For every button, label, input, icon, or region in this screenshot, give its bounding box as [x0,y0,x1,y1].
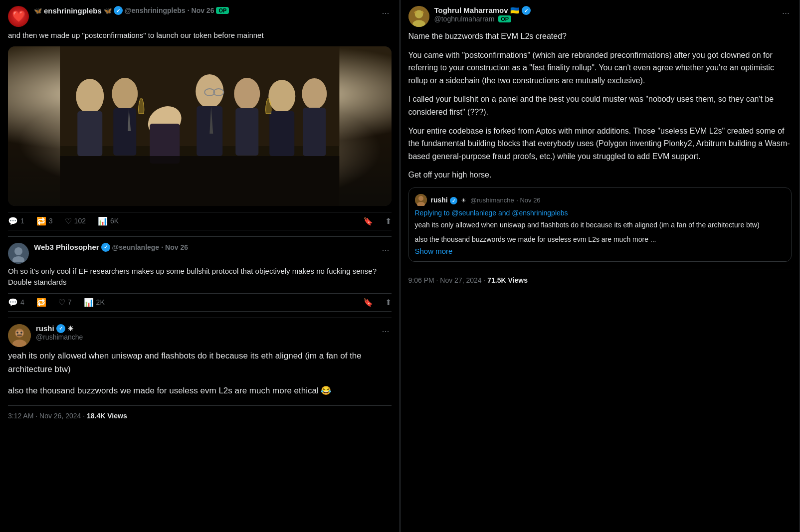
views-icon-2: 📊 [84,298,94,307]
tweet-2-actions: 💬 4 🔁 ♡ 7 📊 2K 🔖 ⬆ [8,293,392,312]
tweet-3-meta: rushi ✓ ☀ @rushimanche [36,324,375,341]
rushi-avatar-img [8,324,31,347]
verified-badge-quoted: ✓ [450,197,457,204]
svg-point-10 [234,78,260,110]
svg-point-4 [112,78,138,110]
reply-count-1: 1 [20,217,24,225]
tweet-2-display-name[interactable]: Web3 Philosopher [34,243,99,251]
laughing-men-svg [8,46,392,206]
tweet-2-handle: @seunlanlege · Nov 26 [112,243,188,251]
right-tweet: Toghrul Maharramov 🇺🇦 ✓ @toghrulmaharram… [408,6,792,284]
svg-point-29 [20,332,22,334]
like-icon-2: ♡ [58,298,65,307]
svg-point-28 [16,332,18,334]
svg-rect-9 [197,106,222,156]
tweet-3-name-row: rushi ✓ ☀ [36,324,375,333]
more-button-1[interactable]: ··· [380,6,391,20]
avatar-enshrining[interactable]: ❤️ [8,6,29,27]
svg-rect-5 [113,108,136,156]
svg-point-37 [418,196,423,201]
op-badge-right: OP [498,15,511,22]
right-tweet-meta: Toghrul Maharramov 🇺🇦 ✓ @toghrulmaharram… [434,6,775,23]
svg-rect-13 [269,111,294,156]
bookmark-icon-1: 🔖 [363,216,373,226]
laughing-men-image [8,46,392,206]
avatar-web3phil[interactable] [8,243,29,264]
views-action-1[interactable]: 📊 6K [98,216,119,226]
tweet-3-timestamp: 3:12 AM · Nov 26, 2024 [8,412,81,420]
quoted-replying-to: Replying to @seunlanlege and @enshrining… [415,209,786,217]
retweet-action-1[interactable]: 🔁 3 [36,216,53,226]
tweet-3-header: rushi ✓ ☀ @rushimanche ··· [8,324,392,347]
tweet-2-name-row: Web3 Philosopher ✓ @seunlanlege · Nov 26 [34,243,375,252]
svg-rect-11 [235,108,258,156]
butterfly-icon-1: 🦋 [34,7,42,14]
quoted-date-val: Nov 26 [520,196,540,204]
verified-badge-2: ✓ [101,243,110,252]
more-button-2[interactable]: ··· [380,243,391,257]
share-action-1[interactable]: ⬆ [385,216,392,226]
show-more-button[interactable]: Show more [415,247,786,255]
retweet-action-2[interactable]: 🔁 [36,298,46,307]
tweet-1-text: and then we made up "postconfirmations" … [8,30,392,41]
tweet-3-text1: yeah its only allowed when uniswap and f… [8,349,392,376]
views-action-2[interactable]: 📊 2K [84,298,105,307]
bookmark-icon-2: 🔖 [363,298,373,307]
quoted-avatar [415,194,427,206]
web3phil-avatar-img [9,244,27,262]
bookmark-action-2[interactable]: 🔖 [363,298,373,307]
bookmark-action-1[interactable]: 🔖 [363,216,373,226]
tweet-3-text2: also the thousand buzzwords we made for … [8,384,392,397]
like-icon-1: ♡ [65,216,72,226]
left-panel: ❤️ 🦋 enshriningplebs 🦋 ✓ @enshriningpleb… [0,0,400,532]
tweet-1-display-name[interactable]: enshriningplebs [44,6,102,15]
tweet-1-image[interactable] [8,46,392,206]
tweet-1-actions: 💬 1 🔁 3 ♡ 102 📊 6K 🔖 ⬆ [8,212,392,230]
like-count-2: 7 [68,298,72,306]
retweet-count-1: 3 [49,217,53,225]
reply-action-1[interactable]: 💬 1 [8,216,24,226]
op-badge-1: OP [216,7,229,14]
tweet-1: ❤️ 🦋 enshriningplebs 🦋 ✓ @enshriningpleb… [8,6,392,230]
quoted-text1: yeah its only allowed when uniswap and f… [415,220,786,230]
toghrul-avatar-img [408,6,429,27]
svg-point-32 [414,10,422,18]
tweet-3-views: 18.4K Views [87,412,127,420]
right-tweet-footer: 9:06 PM · Nov 27, 2024 · 71.5K Views [408,270,792,284]
right-para-4: Your entire codebase is forked from Apto… [408,125,792,163]
quoted-rushi-avatar [415,194,427,206]
avatar-rushi[interactable] [8,324,31,347]
tweet-3-display-name[interactable]: rushi [36,324,54,333]
right-panel: Toghrul Maharramov 🇺🇦 ✓ @toghrulmaharram… [400,0,800,532]
verified-badge-right: ✓ [522,6,531,15]
svg-point-12 [268,80,295,113]
right-tweet-display-name[interactable]: Toghrul Maharramov 🇺🇦 [434,6,520,15]
tweet-1-meta: 🦋 enshriningplebs 🦋 ✓ @enshriningplebs ·… [34,6,375,15]
reply-count-2: 4 [20,298,24,306]
retweet-icon-1: 🔁 [36,216,46,226]
tweet-1-name-row: 🦋 enshriningplebs 🦋 ✓ @enshriningplebs ·… [34,6,375,15]
views-count-2: 2K [96,298,105,306]
quoted-text2: also the thousand buzzwords we made for … [415,234,786,245]
more-button-right[interactable]: ··· [780,6,792,20]
views-count-1: 6K [110,217,119,225]
right-tweet-body: Name the buzzwords that EVM L2s created?… [408,30,792,181]
right-tweet-views: 71.5K Views [487,276,528,284]
quoted-tweet[interactable]: rushi ✓ ☀ @rushimanche · Nov 26 Replying… [408,187,792,262]
like-action-2[interactable]: ♡ 7 [58,298,72,307]
avatar-toghrul[interactable] [408,6,429,27]
reply-action-2[interactable]: 💬 4 [8,298,24,307]
svg-point-2 [76,79,104,114]
tweet-2: Web3 Philosopher ✓ @seunlanlege · Nov 26… [8,236,392,312]
like-action-1[interactable]: ♡ 102 [65,216,86,226]
share-icon-1: ⬆ [385,216,392,226]
more-button-3[interactable]: ··· [380,324,391,339]
right-para-2: You came with "postconfirmations" (which… [408,49,792,87]
svg-point-22 [14,247,22,255]
right-tweet-name-row: Toghrul Maharramov 🇺🇦 ✓ [434,6,775,15]
quoted-header: rushi ✓ ☀ @rushimanche · Nov 26 [415,194,786,206]
share-action-2[interactable]: ⬆ [385,298,392,307]
tweet-1-header: ❤️ 🦋 enshriningplebs 🦋 ✓ @enshriningpleb… [8,6,392,27]
right-para-5: Get off your high horse. [408,169,792,181]
rushi-icon: ☀ [67,325,74,333]
